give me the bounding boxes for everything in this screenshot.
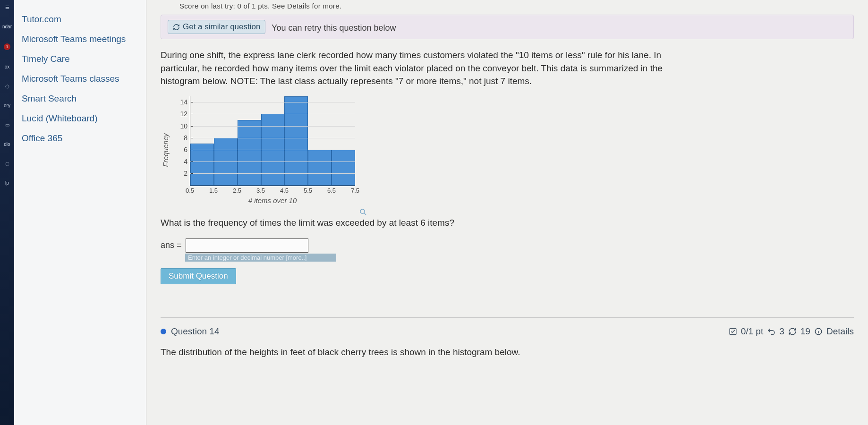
- score-text: 0/1 pt: [741, 326, 764, 337]
- question-prompt: During one shift, the express lane clerk…: [161, 49, 671, 88]
- undo-icon: [767, 327, 775, 336]
- sidebar-link-timely-care[interactable]: Timely Care: [20, 49, 140, 69]
- rail-item[interactable]: ◌: [5, 84, 9, 89]
- histogram-bar: [284, 96, 308, 186]
- histogram-chart: Frequency 2468101214 0.51.52.53.54.55.56…: [174, 96, 372, 204]
- next-question-text: The distribution of the heights in feet …: [161, 347, 854, 357]
- y-axis-label: Frequency: [162, 134, 170, 167]
- app-rail: ☰ ndar 1 ox ◌ ory ▭ dio ◌ lp: [0, 0, 14, 425]
- answer-input[interactable]: [186, 238, 308, 253]
- sidebar-link-office365[interactable]: Office 365: [20, 128, 140, 148]
- sidebar-link-lucid[interactable]: Lucid (Whiteboard): [20, 109, 140, 128]
- question-main: Score on last try: 0 of 1 pts. See Detai…: [146, 0, 868, 425]
- get-similar-label: Get a similar question: [183, 22, 260, 32]
- rail-item[interactable]: ◌: [5, 161, 9, 166]
- rail-badge[interactable]: 1: [4, 43, 10, 50]
- rail-item-calendar[interactable]: ndar: [2, 24, 12, 29]
- x-tick: 2.5: [233, 187, 241, 194]
- y-tick: 2: [184, 170, 190, 177]
- rail-item-history[interactable]: ory: [4, 103, 10, 108]
- x-tick: 0.5: [186, 187, 194, 194]
- x-tick: 4.5: [280, 187, 289, 194]
- answer-hint[interactable]: Enter an integer or decimal number [more…: [185, 254, 336, 262]
- course-sidebar: Tutor.com Microsoft Teams meetings Timel…: [14, 0, 146, 425]
- histogram-bar: [332, 150, 355, 186]
- answer-row: ans =: [161, 238, 854, 253]
- checkbox-icon: [729, 327, 737, 336]
- retries-text: 3: [779, 326, 784, 337]
- sidebar-link-teams-meetings[interactable]: Microsoft Teams meetings: [20, 29, 140, 49]
- y-tick: 4: [184, 158, 190, 165]
- answer-label: ans =: [161, 240, 182, 250]
- score-last-try: Score on last try: 0 of 1 pts. See Detai…: [161, 0, 854, 13]
- retry-icon: [788, 327, 797, 336]
- retry-banner: Get a similar question You can retry thi…: [161, 15, 854, 39]
- attempts-text: 19: [800, 326, 810, 337]
- x-axis-label: # items over 10: [190, 195, 355, 204]
- get-similar-button[interactable]: Get a similar question: [168, 20, 265, 34]
- y-tick: 12: [180, 110, 190, 118]
- sidebar-link-smart-search[interactable]: Smart Search: [20, 89, 140, 109]
- rail-item-studio[interactable]: dio: [4, 142, 10, 147]
- rail-item[interactable]: ▭: [5, 122, 9, 128]
- x-tick: 3.5: [256, 187, 265, 194]
- y-tick: 8: [184, 134, 190, 142]
- info-icon: [814, 327, 823, 336]
- sub-question-text: What is the frequency of times the limit…: [161, 218, 854, 228]
- histogram-bar: [308, 150, 332, 186]
- status-dot-icon: [161, 329, 166, 334]
- zoom-icon[interactable]: [359, 207, 367, 217]
- histogram-bar: [238, 120, 261, 186]
- rail-item-inbox[interactable]: ox: [5, 64, 10, 69]
- submit-button[interactable]: Submit Question: [161, 268, 236, 284]
- y-tick: 14: [180, 98, 190, 106]
- x-tick: 5.5: [304, 187, 312, 194]
- y-tick: 6: [184, 146, 190, 153]
- rail-item-help[interactable]: lp: [5, 180, 9, 186]
- refresh-icon: [173, 24, 180, 31]
- svg-point-0: [360, 209, 365, 213]
- sidebar-link-teams-classes[interactable]: Microsoft Teams classes: [20, 69, 140, 89]
- rail-item[interactable]: ☰: [5, 5, 9, 10]
- question-footer: Question 14 0/1 pt 3 19 Details: [161, 317, 854, 337]
- question-number: Question 14: [171, 326, 219, 337]
- x-tick: 6.5: [327, 187, 336, 194]
- y-tick: 10: [180, 122, 190, 130]
- sidebar-link-tutor[interactable]: Tutor.com: [20, 9, 140, 29]
- retry-text: You can retry this question below: [272, 23, 396, 33]
- details-link[interactable]: Details: [826, 326, 854, 337]
- x-tick: 1.5: [209, 187, 218, 194]
- x-tick: 7.5: [351, 187, 359, 194]
